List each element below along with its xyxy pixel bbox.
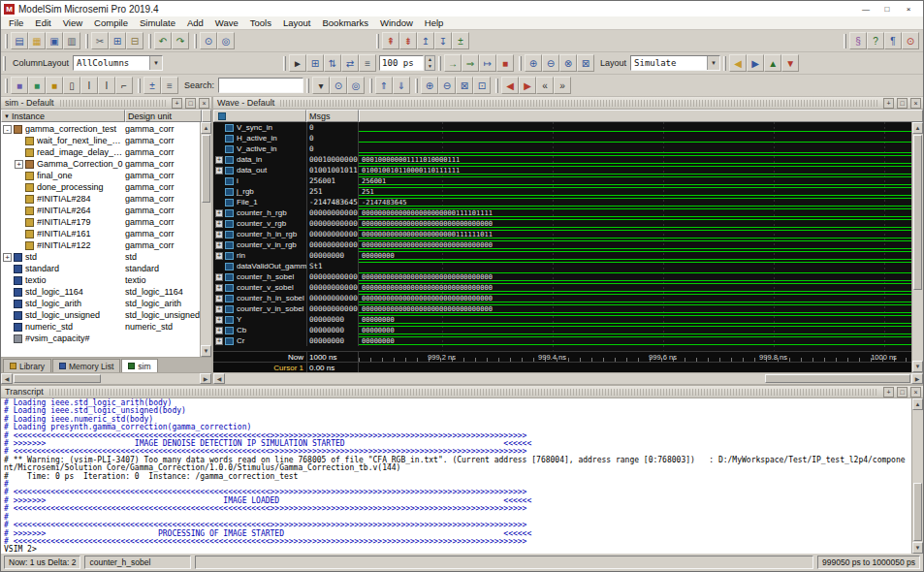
search-filter-icon[interactable]: ▾ bbox=[312, 77, 330, 94]
nav-down-icon[interactable]: ▼ bbox=[781, 54, 799, 72]
trace-icon[interactable]: § bbox=[849, 32, 867, 49]
signal-waveform[interactable]: 00000000000000000000000000000000 bbox=[359, 282, 911, 293]
search-options-icon[interactable]: ◎ bbox=[347, 77, 365, 94]
cursor-label[interactable]: Cursor 1 bbox=[213, 363, 306, 372]
signal-expander-icon[interactable]: + bbox=[215, 305, 223, 313]
transcript-content[interactable]: # Loading ieee.std_logic_arith(body)# Lo… bbox=[1, 398, 911, 554]
signal-expander-icon[interactable]: + bbox=[215, 316, 223, 324]
signal-expander-icon[interactable]: + bbox=[215, 167, 223, 175]
layout-select[interactable]: Simulate ▼ bbox=[630, 55, 720, 71]
new-file-icon[interactable]: ▤ bbox=[11, 32, 28, 49]
wave-signal-row[interactable]: +data_in00010000000111101000011100010000… bbox=[213, 154, 911, 165]
tree-row[interactable]: #vsim_capacity# bbox=[1, 333, 200, 344]
zoom-range-icon[interactable]: ⊠ bbox=[577, 54, 594, 72]
tree-row[interactable]: wait_for_next_line_rgbgamma_corr bbox=[1, 135, 200, 146]
wave-signal-row[interactable]: +rin0000000000000000 bbox=[213, 250, 911, 261]
cursor-value[interactable]: 0.00 ns bbox=[306, 363, 359, 372]
tree-row[interactable]: #INITIAL#122gamma_corr bbox=[1, 239, 200, 251]
cut-icon[interactable]: ✂ bbox=[91, 32, 109, 49]
signal-expander-icon[interactable]: + bbox=[215, 252, 223, 260]
scroll-left-icon[interactable]: ◀ bbox=[1, 373, 13, 384]
title-bar[interactable]: M ModelSim Microsemi Pro 2019.4 — □ × bbox=[1, 1, 923, 16]
wave-horizontal-scrollbar[interactable]: ◀ ▶ bbox=[213, 372, 923, 384]
tree-row[interactable]: std_logic_1164std_logic_1164 bbox=[1, 286, 200, 298]
wave-signal-row[interactable]: +counter_h_sobel000000000000000000000000… bbox=[213, 271, 911, 282]
signal-expander-icon[interactable]: + bbox=[215, 327, 223, 334]
toolbar-grip[interactable] bbox=[3, 56, 6, 71]
zoom-fit-icon[interactable]: ⊠ bbox=[456, 77, 473, 94]
sim-panel-expand-button[interactable]: + bbox=[172, 98, 182, 109]
menu-item-view[interactable]: View bbox=[57, 17, 88, 28]
chevron-down-icon[interactable]: ▼ bbox=[149, 56, 162, 70]
tree-row[interactable]: +Gamma_Correction_0gamma_corr bbox=[1, 158, 200, 170]
tree-row[interactable]: textiotextio bbox=[1, 274, 200, 286]
panel-grip[interactable] bbox=[280, 100, 877, 107]
toolbar-grip[interactable] bbox=[415, 79, 418, 93]
tree-row[interactable]: #INITIAL#161gamma_corr bbox=[1, 228, 200, 239]
signal-waveform[interactable]: 00000000000000000000000000000000 bbox=[359, 303, 911, 314]
scroll-up-icon[interactable]: ▲ bbox=[201, 122, 211, 134]
run-icon[interactable]: → bbox=[444, 54, 462, 72]
wave-signal-row[interactable]: +Cr0000000000000000 bbox=[213, 335, 911, 346]
panel-grip[interactable] bbox=[60, 100, 166, 107]
toolbar-grip[interactable] bbox=[369, 79, 372, 93]
paste-icon[interactable]: ⊟ bbox=[126, 32, 143, 49]
signal-waveform[interactable]: 00000000000000000000000000000000 bbox=[359, 293, 911, 303]
scroll-right-icon[interactable]: ▶ bbox=[911, 373, 923, 384]
wave-panel-close-button[interactable]: × bbox=[910, 98, 921, 109]
snap-icon[interactable]: ⌐ bbox=[115, 77, 133, 94]
tree-row[interactable]: read_image_delay_after_each_line_rgbgamm… bbox=[1, 146, 200, 158]
nav-back-icon[interactable]: ◀ bbox=[729, 54, 747, 72]
break-icon[interactable]: ■ bbox=[496, 54, 514, 72]
zoom-out-icon[interactable]: ⊖ bbox=[542, 54, 559, 72]
step-into-icon[interactable]: ⇞ bbox=[382, 32, 399, 49]
spin-up-icon[interactable]: ▲ bbox=[426, 56, 434, 63]
signal-waveform[interactable] bbox=[359, 143, 911, 154]
menu-item-add[interactable]: Add bbox=[181, 17, 209, 28]
wave-panel-undock-button[interactable]: □ bbox=[897, 98, 908, 109]
wave-signal-row[interactable]: +counter_v_in_sobel000000000000000000000… bbox=[213, 303, 911, 314]
chevron-down-icon[interactable]: ▼ bbox=[707, 56, 719, 70]
menu-item-layout[interactable]: Layout bbox=[277, 17, 317, 28]
wave-hscroll-thumb[interactable] bbox=[765, 374, 910, 383]
redo-icon[interactable]: ↷ bbox=[172, 32, 189, 49]
toolbar-grip[interactable] bbox=[519, 56, 522, 71]
maximize-button[interactable]: □ bbox=[879, 3, 895, 16]
tree-expander-icon[interactable]: + bbox=[15, 160, 23, 169]
toolbar-grip[interactable] bbox=[5, 34, 8, 48]
tree-expander-icon[interactable]: + bbox=[3, 253, 12, 262]
signal-expander-icon[interactable]: + bbox=[215, 231, 223, 238]
toolbar-grip[interactable] bbox=[723, 56, 726, 71]
column-header-instance[interactable]: ▼ Instance bbox=[1, 110, 125, 122]
signal-expander-icon[interactable]: + bbox=[215, 241, 223, 249]
sim-panel-header[interactable]: sim - Default + □ × bbox=[1, 97, 211, 110]
menu-item-edit[interactable]: Edit bbox=[29, 17, 56, 28]
wave-panel-expand-button[interactable]: + bbox=[883, 98, 894, 109]
close-button[interactable]: × bbox=[901, 3, 916, 16]
menu-item-tools[interactable]: Tools bbox=[244, 17, 277, 28]
wave-signal-row[interactable]: dataValidOut_gammaSt1 bbox=[213, 261, 911, 271]
signal-waveform[interactable]: 00000000000000000000000000000000 bbox=[359, 218, 911, 229]
wave-signal-row[interactable]: +counter_v_in_rgb00000000000000000000000… bbox=[213, 239, 911, 250]
signal-waveform[interactable]: 00000000000000000000000000000000 bbox=[359, 271, 911, 282]
tree-row[interactable]: std_logic_arithstd_logic_arith bbox=[1, 298, 200, 309]
search-input[interactable] bbox=[218, 78, 303, 93]
wave-signal-row[interactable]: +Y0000000000000000 bbox=[213, 314, 911, 325]
scroll-down-icon[interactable]: ▼ bbox=[201, 345, 211, 357]
tree-row[interactable]: #INITIAL#179gamma_corr bbox=[1, 216, 200, 228]
restart-icon[interactable]: ± bbox=[452, 32, 469, 49]
help-icon[interactable]: ? bbox=[867, 32, 884, 49]
tree-row[interactable]: done_processinggamma_corr bbox=[1, 181, 200, 193]
transcript-vscroll-track[interactable] bbox=[912, 410, 923, 542]
zoom-out-2-icon[interactable]: ⊖ bbox=[438, 77, 456, 94]
sim-horizontal-scrollbar[interactable]: ◀ ▶ bbox=[1, 372, 211, 384]
toolbar-grip[interactable] bbox=[148, 34, 151, 48]
toolbar-grip[interactable] bbox=[844, 34, 846, 48]
step-icon[interactable]: ↦ bbox=[479, 54, 496, 72]
tree-expander-icon[interactable]: - bbox=[3, 125, 12, 134]
sim-panel-undock-button[interactable]: □ bbox=[185, 98, 196, 109]
ungroup-icon[interactable]: ≡ bbox=[161, 77, 178, 94]
signal-waveform[interactable]: 00000000000000000000000111101111 bbox=[359, 207, 911, 218]
zoom-in-icon[interactable]: ⊕ bbox=[525, 54, 542, 72]
signal-waveform[interactable]: 000100000001111010000111 bbox=[359, 154, 911, 165]
